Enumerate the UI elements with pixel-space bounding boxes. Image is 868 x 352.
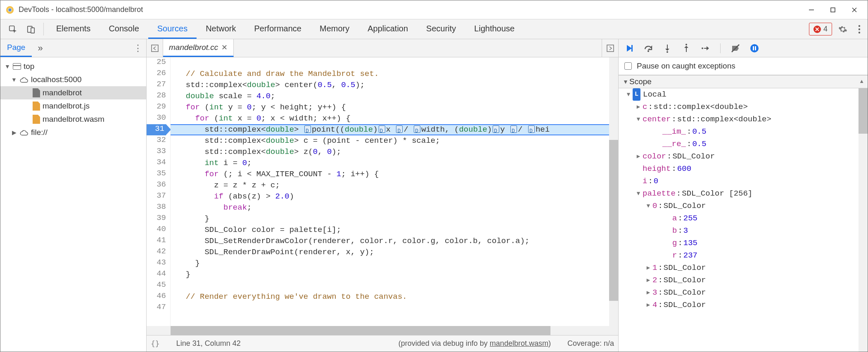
frame-icon	[13, 63, 21, 70]
main-tab-network[interactable]: Network	[197, 19, 245, 39]
main-tab-memory[interactable]: Memory	[311, 19, 358, 39]
svg-point-2	[8, 8, 11, 11]
svg-point-12	[859, 31, 860, 33]
coverage-info: Coverage: n/a	[567, 339, 614, 348]
editor-tab-mandelbrot-cc[interactable]: mandelbrot.cc ✕	[163, 39, 234, 57]
pause-on-caught-label: Pause on caught exceptions	[637, 61, 735, 71]
navigator-tabs-overflow-icon[interactable]: »	[32, 43, 48, 54]
scope-section-header[interactable]: ▼ Scope ▲	[619, 75, 868, 88]
scope-var-palette-0-a[interactable]: a: 255	[619, 212, 868, 224]
svg-point-16	[647, 50, 649, 52]
scrollbar-thumb[interactable]	[171, 326, 550, 335]
expand-icon: ▼	[622, 78, 629, 85]
error-icon: ✕	[813, 26, 821, 33]
window-close-button[interactable]	[844, 0, 865, 19]
main-tab-lighthouse[interactable]: Lighthouse	[465, 19, 524, 39]
inspect-element-button[interactable]	[4, 19, 22, 39]
svg-point-10	[859, 25, 860, 26]
cursor-position: Line 31, Column 42	[176, 339, 241, 348]
scope-vertical-scrollbar[interactable]	[859, 88, 868, 352]
main-tab-elements[interactable]: Elements	[47, 19, 100, 39]
step-into-button[interactable]	[662, 43, 673, 54]
scope-local-header[interactable]: ▼L Local	[619, 88, 868, 101]
svg-point-18	[685, 44, 687, 45]
scope-var-palette-2[interactable]: ▶2: SDL_Color	[619, 274, 868, 286]
scope-var-palette-0-b[interactable]: b: 3	[619, 224, 868, 237]
svg-rect-4	[831, 8, 835, 12]
scope-var-palette[interactable]: ▼palette: SDL_Color [256]	[619, 187, 868, 200]
devtools-app-icon	[5, 5, 14, 14]
svg-point-19	[702, 47, 703, 49]
scope-body: ▼L Local ▶c: std::complex<double> ▼cente…	[619, 88, 868, 352]
editor-statusbar: {} Line 31, Column 42 (provided via debu…	[147, 335, 618, 352]
step-button[interactable]	[700, 43, 711, 54]
source-map-link[interactable]: mandelbrot.wasm	[490, 339, 548, 347]
scope-var-palette-4[interactable]: ▶4: SDL_Color	[619, 299, 868, 311]
close-tab-icon[interactable]: ✕	[221, 43, 228, 52]
scope-var-center-re[interactable]: __re_: 0.5	[619, 138, 868, 150]
scope-var-palette-0[interactable]: ▼0: SDL_Color	[619, 200, 868, 212]
debugger-pane: Pause on caught exceptions ▼ Scope ▲ ▼L …	[618, 39, 868, 352]
nav-history-icon[interactable]	[147, 39, 163, 57]
main-tab-performance[interactable]: Performance	[245, 19, 311, 39]
tree-label: localhost:5000	[31, 73, 82, 86]
tree-file-mandelbrot-js[interactable]: mandelbrot.js	[0, 99, 146, 113]
error-count: 4	[823, 25, 828, 33]
code-editor[interactable]: 2526272829303132333435363738394041424344…	[147, 57, 618, 326]
editor-horizontal-scrollbar[interactable]	[147, 326, 618, 335]
settings-gear-icon[interactable]	[835, 19, 851, 39]
tree-label: mandelbrot.wasm	[43, 113, 104, 125]
line-number-gutter[interactable]: 2526272829303132333435363738394041424344…	[147, 57, 171, 326]
pause-on-caught-row[interactable]: Pause on caught exceptions	[619, 57, 868, 75]
editor-vertical-scrollbar[interactable]	[609, 57, 618, 326]
scope-var-palette-1[interactable]: ▶1: SDL_Color	[619, 262, 868, 274]
scope-var-palette-0-r[interactable]: r: 237	[619, 249, 868, 262]
tree-origin-localhost[interactable]: ▼ localhost:5000	[0, 73, 146, 86]
scroll-up-icon[interactable]: ▲	[859, 78, 864, 84]
svg-rect-22	[753, 46, 754, 50]
scope-var-center-im[interactable]: __im_: 0.5	[619, 125, 868, 138]
source-pane: mandelbrot.cc ✕ 252627282930313233343536…	[147, 39, 618, 352]
resume-button[interactable]	[624, 43, 635, 54]
tree-file-mandelbrot[interactable]: mandelbrot	[0, 86, 146, 99]
run-snippet-icon[interactable]	[602, 39, 618, 57]
scope-var-height[interactable]: height: 600	[619, 163, 868, 175]
pause-on-exceptions-button[interactable]	[749, 43, 760, 54]
scope-var-palette-0-g[interactable]: g: 135	[619, 237, 868, 249]
script-file-icon	[33, 115, 40, 124]
cloud-icon	[19, 126, 28, 139]
window-title: DevTools - localhost:5000/mandelbrot	[19, 5, 801, 14]
scope-var-palette-3[interactable]: ▶3: SDL_Color	[619, 286, 868, 299]
pause-on-caught-checkbox[interactable]	[624, 62, 632, 70]
scope-var-c[interactable]: ▶c: std::complex<double>	[619, 101, 868, 113]
scrollbar-thumb[interactable]	[859, 88, 868, 134]
script-file-icon	[33, 102, 40, 111]
tree-frame-top[interactable]: ▼ top	[0, 60, 146, 73]
tree-origin-file[interactable]: ▶ file://	[0, 126, 146, 139]
step-out-button[interactable]	[681, 43, 692, 54]
more-options-icon[interactable]	[851, 19, 868, 39]
step-over-button[interactable]	[643, 43, 654, 54]
svg-rect-15	[631, 45, 633, 52]
scope-var-center[interactable]: ▼center: std::complex<double>	[619, 113, 868, 125]
main-tab-console[interactable]: Console	[100, 19, 148, 39]
device-toolbar-button[interactable]	[22, 19, 40, 39]
tree-label: top	[24, 60, 34, 73]
scope-var-i[interactable]: i: 0	[619, 175, 868, 187]
error-count-badge[interactable]: ✕ 4	[809, 23, 832, 35]
scrollbar-thumb[interactable]	[609, 140, 618, 301]
svg-point-11	[859, 28, 860, 30]
navigator-more-icon[interactable]: ⋮	[130, 43, 146, 54]
tree-file-mandelbrot-wasm[interactable]: mandelbrot.wasm	[0, 113, 146, 126]
scope-var-color[interactable]: ▶color: SDL_Color	[619, 150, 868, 163]
deactivate-breakpoints-button[interactable]	[730, 43, 741, 54]
main-tab-sources[interactable]: Sources	[148, 19, 197, 39]
window-maximize-button[interactable]	[822, 0, 844, 19]
pretty-print-icon[interactable]: {}	[151, 339, 160, 348]
scope-header-label: Scope	[629, 77, 652, 86]
main-tab-application[interactable]: Application	[358, 19, 417, 39]
window-minimize-button[interactable]	[801, 0, 822, 19]
code-content[interactable]: // Calculate and draw the Mandelbrot set…	[171, 57, 618, 326]
navigator-tab-page[interactable]: Page	[0, 39, 32, 57]
main-tab-security[interactable]: Security	[417, 19, 465, 39]
